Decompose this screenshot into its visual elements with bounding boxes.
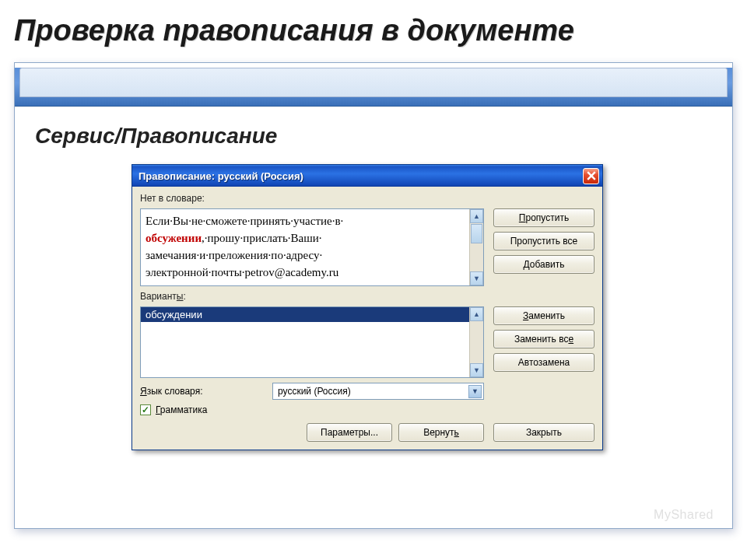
- slide-title: Проверка правописания в документе: [0, 0, 747, 47]
- scroll-up-icon[interactable]: ▲: [470, 209, 483, 223]
- chevron-down-icon[interactable]: ▼: [468, 385, 482, 398]
- context-text-pre: Если·Вы·не·сможете·принять·участие·в·: [146, 215, 343, 227]
- scroll-down-icon[interactable]: ▼: [470, 363, 483, 377]
- misspelled-word: обсужении: [146, 232, 202, 244]
- not-in-dictionary-label: Нет в словаре:: [140, 193, 484, 204]
- panel-header-inner: [19, 68, 728, 97]
- context-text-post1: ,·прошу·прислать·Ваши·: [202, 232, 321, 244]
- skip-button[interactable]: Пропустить: [493, 208, 594, 227]
- scroll-thumb[interactable]: [471, 224, 482, 243]
- menu-path-text: Сервис/Правописание: [15, 107, 732, 149]
- skip-all-button[interactable]: Пропустить все: [493, 232, 594, 250]
- dictionary-language-label: Язык словаря:: [140, 386, 257, 397]
- close-button[interactable]: Закрыть: [493, 423, 594, 442]
- grammar-label: Грамматика: [156, 404, 207, 415]
- variants-label: Варианты:: [140, 291, 484, 302]
- language-combobox[interactable]: русский (Россия) ▼: [272, 383, 484, 400]
- scroll-track[interactable]: [470, 223, 483, 271]
- close-icon[interactable]: [583, 168, 599, 184]
- grammar-checkbox[interactable]: ✓: [140, 404, 151, 415]
- scroll-down-icon[interactable]: ▼: [470, 271, 483, 285]
- context-text-post2: замечания·и·преложения·по·адресу·: [146, 249, 322, 261]
- context-text-post3: электронной·почты·petrov@academy.ru: [146, 266, 338, 278]
- undo-button[interactable]: Вернуть: [398, 423, 484, 442]
- replace-all-button[interactable]: Заменить все: [493, 330, 594, 348]
- suggestion-item[interactable]: обсуждении: [141, 307, 483, 322]
- dialog-titlebar[interactable]: Правописание: русский (Россия): [132, 165, 602, 187]
- error-context-textbox[interactable]: Если·Вы·не·сможете·принять·участие·в· об…: [140, 208, 484, 286]
- slide-panel: Сервис/Правописание Правописание: русски…: [14, 62, 733, 529]
- textbox-scrollbar[interactable]: ▲ ▼: [469, 209, 483, 285]
- add-button[interactable]: Добавить: [493, 255, 594, 274]
- spellcheck-dialog: Правописание: русский (Россия) Нет в сло…: [132, 164, 603, 450]
- scroll-track[interactable]: [470, 321, 483, 363]
- suggestions-listbox[interactable]: обсуждении ▲ ▼: [140, 306, 484, 378]
- listbox-scrollbar[interactable]: ▲ ▼: [469, 307, 483, 377]
- language-value: русский (Россия): [278, 386, 468, 397]
- dialog-title: Правописание: русский (Россия): [139, 170, 583, 182]
- dialog-body: Нет в словаре: Если·Вы·не·сможете·принят…: [132, 187, 602, 450]
- scroll-up-icon[interactable]: ▲: [470, 307, 483, 321]
- autoreplace-button[interactable]: Автозамена: [493, 353, 594, 372]
- watermark-text: MyShared: [654, 508, 714, 522]
- panel-header-ribbon: [15, 68, 732, 107]
- replace-button[interactable]: Заменить: [493, 306, 594, 325]
- options-button[interactable]: Параметры...: [307, 423, 392, 442]
